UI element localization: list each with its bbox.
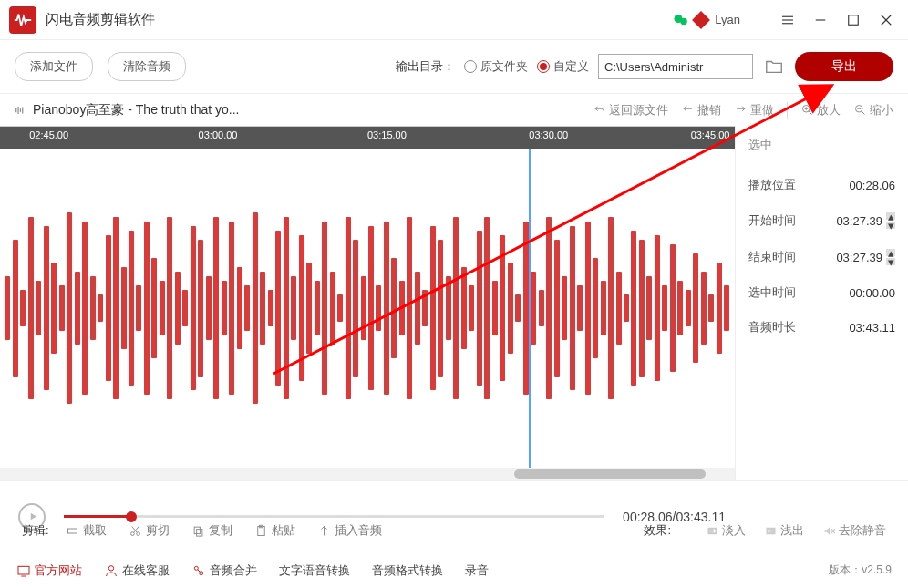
selection-time-value: 00:00.00	[849, 286, 895, 300]
waveform-canvas[interactable]	[0, 149, 735, 468]
title-bar: 闪电音频剪辑软件 Lyan	[0, 0, 908, 40]
ruler-tick: 03:45.00	[691, 129, 730, 140]
tts-link[interactable]: 文字语音转换	[279, 562, 350, 579]
svg-rect-35	[18, 566, 29, 574]
copy-button[interactable]: 复制	[191, 522, 232, 539]
file-header: Pianoboy高至豪 - The truth that yo... 返回源文件…	[0, 93, 908, 126]
trim-button[interactable]: 截取	[66, 522, 107, 539]
start-time-label: 开始时间	[748, 212, 796, 229]
start-time-stepper[interactable]: ▴▾	[886, 211, 895, 230]
toolbar: 添加文件 清除音频 输出目录： 原文件夹 自定义 导出	[0, 40, 908, 93]
play-pos-value: 00:28.06	[849, 179, 895, 192]
format-convert-link[interactable]: 音频格式转换	[372, 562, 443, 579]
selection-time-label: 选中时间	[748, 284, 796, 301]
info-panel: 选中 播放位置00:28.06 开始时间03:27.39▴▾ 结束时间03:27…	[735, 126, 908, 480]
remove-silence-button[interactable]: 去除静音	[822, 522, 886, 539]
radio-custom-folder[interactable]: 自定义	[537, 58, 589, 75]
waveform-icon	[15, 104, 27, 117]
svg-rect-27	[196, 529, 201, 536]
ruler-tick: 03:30.00	[529, 129, 568, 140]
maximize-button[interactable]	[841, 7, 866, 33]
app-title: 闪电音频剪辑软件	[46, 11, 155, 28]
scrollbar-thumb[interactable]	[514, 469, 706, 479]
merge-audio-link[interactable]: 音频合并	[191, 562, 257, 579]
version-label: 版本：v2.5.9	[829, 562, 892, 578]
undo-button[interactable]: 撤销	[681, 102, 721, 119]
add-file-button[interactable]: 添加文件	[15, 52, 93, 81]
official-site-link[interactable]: 官方网站	[16, 562, 82, 579]
minimize-button[interactable]	[808, 7, 833, 33]
app-logo	[9, 6, 36, 34]
clear-audio-button[interactable]: 清除音频	[108, 52, 186, 81]
zoom-out-button[interactable]: 缩小	[853, 102, 893, 119]
close-button[interactable]	[873, 7, 899, 33]
horizontal-scrollbar[interactable]	[0, 468, 735, 480]
output-dir-label: 输出目录：	[396, 58, 455, 75]
time-ruler[interactable]: 02:45.00 03:00.00 03:15.00 03:30.00 03:4…	[0, 127, 735, 149]
return-source-button[interactable]: 返回源文件	[593, 102, 668, 119]
support-link[interactable]: 在线客服	[104, 562, 170, 579]
svg-rect-6	[849, 15, 859, 25]
ruler-tick: 03:15.00	[367, 129, 407, 140]
panel-heading: 选中	[748, 137, 895, 153]
edit-toolbar: 剪辑: 截取 剪切 复制 粘贴 插入音频 效果: 淡入 浅出 去除静音	[0, 510, 908, 552]
svg-rect-21	[67, 529, 77, 533]
end-time-label: 结束时间	[748, 249, 796, 265]
radio-original-folder[interactable]: 原文件夹	[464, 58, 528, 75]
record-link[interactable]: 录音	[465, 562, 489, 579]
fade-in-button[interactable]: 淡入	[706, 522, 746, 539]
svg-line-14	[809, 111, 812, 115]
user-name[interactable]: Lyan	[715, 13, 740, 26]
svg-rect-26	[194, 527, 200, 534]
main-area: 02:45.00 03:00.00 03:15.00 03:30.00 03:4…	[0, 126, 908, 480]
fade-out-button[interactable]: 浅出	[764, 522, 804, 539]
end-time-stepper[interactable]: ▴▾	[886, 248, 895, 266]
edit-label: 剪辑:	[22, 522, 49, 539]
ruler-tick: 03:00.00	[199, 129, 238, 140]
playhead[interactable]	[529, 149, 531, 468]
redo-button[interactable]: 重做	[734, 102, 774, 119]
footer: 官方网站 在线客服 音频合并 文字语音转换 音频格式转换 录音 版本：v2.5.…	[0, 552, 908, 588]
duration-value: 03:43.11	[849, 321, 895, 335]
svg-point-37	[108, 565, 113, 570]
svg-line-18	[862, 111, 865, 115]
wechat-icon[interactable]	[673, 12, 689, 28]
play-pos-label: 播放位置	[748, 177, 796, 193]
cut-button[interactable]: 剪切	[129, 522, 170, 539]
fx-label: 效果:	[644, 522, 671, 539]
browse-folder-icon[interactable]	[764, 57, 784, 77]
export-button[interactable]: 导出	[795, 52, 893, 81]
zoom-in-button[interactable]: 放大	[800, 102, 841, 119]
ruby-icon	[692, 11, 710, 29]
divider	[787, 102, 788, 119]
file-name: Pianoboy高至豪 - The truth that yo...	[33, 102, 239, 119]
svg-line-40	[198, 569, 201, 572]
menu-icon[interactable]	[775, 7, 800, 33]
waveform-pane: 02:45.00 03:00.00 03:15.00 03:30.00 03:4…	[0, 126, 735, 480]
svg-point-1	[681, 17, 688, 25]
ruler-tick: 02:45.00	[29, 129, 68, 140]
paste-button[interactable]: 粘贴	[254, 522, 295, 539]
output-path-input[interactable]	[598, 54, 753, 79]
duration-label: 音频时长	[748, 319, 796, 335]
insert-audio-button[interactable]: 插入音频	[317, 522, 382, 539]
end-time-value: 03:27.39	[836, 251, 882, 264]
start-time-value: 03:27.39	[836, 214, 882, 228]
